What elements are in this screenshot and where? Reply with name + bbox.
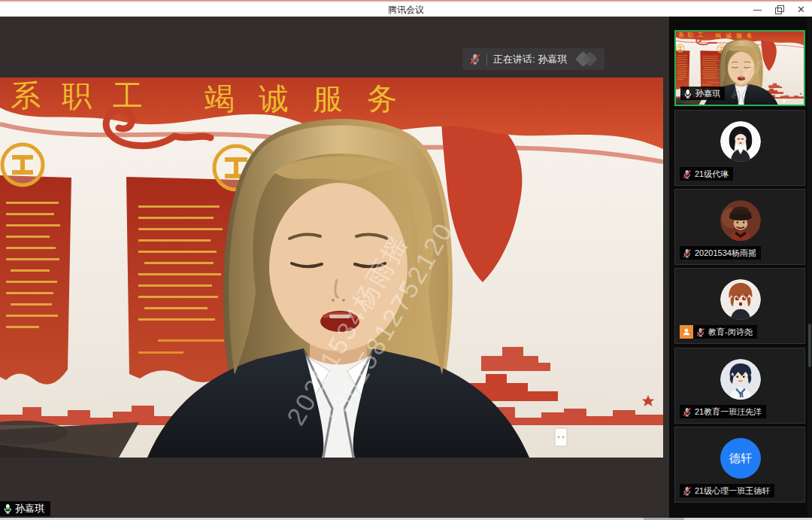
participant-tile-wangxianyang[interactable]: B 21教育一班汪先洋 (674, 348, 805, 424)
participant-name: 21级心理一班王德轩 (695, 485, 770, 497)
mic-muted-icon (682, 248, 692, 258)
participant-label: 教育-闵诗尧 (680, 325, 757, 339)
participant-name: 20201534杨雨摇 (695, 248, 756, 259)
mic-muted-icon (469, 53, 480, 65)
divider (486, 53, 487, 65)
participant-tile-dailin[interactable]: 21级代琳 (674, 110, 805, 186)
photo-man-costume-avatar (720, 200, 761, 241)
mic-muted-icon (682, 486, 692, 496)
participant-name: 教育-闵诗尧 (708, 327, 753, 338)
participant-label: 20201534杨雨摇 (680, 246, 761, 260)
participant-name: 21教育一班汪先洋 (695, 406, 762, 418)
avatar-initials-text: 德轩 (729, 452, 752, 466)
initials-avatar: 德轩 (720, 438, 761, 479)
main-video-name-tag: 孙嘉琪 (0, 501, 50, 516)
mic-muted-icon (682, 169, 692, 179)
participants-sidebar: 孙嘉琪 21级代琳 (669, 17, 812, 520)
mic-active-icon (2, 503, 13, 514)
participant-label: 21级心理一班王德轩 (680, 484, 774, 497)
avatar (720, 121, 761, 162)
meeting-logo-icon (577, 53, 595, 65)
speaking-banner: 正在讲话: 孙嘉琪 (462, 48, 604, 70)
window-title: 腾讯会议 (0, 4, 812, 17)
close-icon[interactable]: ✕ (796, 5, 806, 14)
mic-muted-icon (682, 407, 692, 417)
illustrated-woman-avatar (720, 121, 761, 162)
svg-text:B: B (739, 391, 744, 399)
scrollbar-thumb[interactable] (808, 324, 811, 367)
participant-tile-yangyuyao[interactable]: 20201534杨雨摇 (674, 189, 805, 265)
participant-name: 21级代琳 (695, 169, 729, 180)
avatar: B (720, 359, 761, 400)
titlebar: 腾讯会议 ✕ (0, 0, 812, 17)
mic-muted-icon (695, 327, 705, 337)
restore-icon[interactable] (774, 5, 784, 14)
anime-orange-hair-avatar (720, 279, 761, 320)
participant-tile-minshiyao[interactable]: 教育-闵诗尧 (674, 268, 805, 344)
avatar (720, 279, 761, 320)
tencent-meeting-window: 腾讯会议 ✕ 正在讲话: 孙嘉琪 孙嘉琪 (0, 0, 812, 520)
host-badge-icon (680, 325, 693, 339)
avatar (720, 200, 761, 241)
participant-label: 21级代琳 (680, 167, 733, 181)
participant-label: 孙嘉琪 (680, 87, 725, 100)
participant-label: 21教育一班汪先洋 (680, 405, 766, 418)
anime-blue-hair-avatar: B (720, 359, 761, 400)
main-video-name: 孙嘉琪 (15, 502, 44, 515)
sidebar-scrollbar[interactable] (807, 17, 812, 520)
main-stage: 正在讲话: 孙嘉琪 孙嘉琪 (0, 17, 669, 520)
participant-tile-wangdexuan[interactable]: 德轩 21级心理一班王德轩 (674, 427, 805, 503)
minimize-icon[interactable] (753, 5, 762, 14)
window-controls: ✕ (753, 2, 806, 17)
main-video[interactable] (0, 78, 663, 458)
mic-on-icon (683, 89, 692, 99)
speaking-banner-text: 正在讲话: 孙嘉琪 (493, 53, 567, 66)
participant-tile-sunjiaqi[interactable]: 孙嘉琪 (674, 30, 805, 106)
participant-name: 孙嘉琪 (695, 88, 720, 99)
